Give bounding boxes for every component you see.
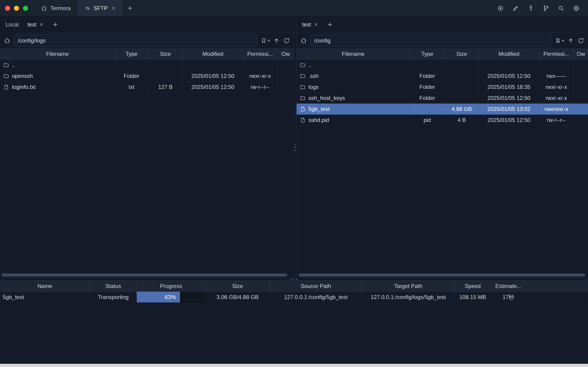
- column-header-target-path[interactable]: Target Path: [362, 281, 455, 292]
- file-row[interactable]: ssh_host_keys Folder 2025/01/05 12:50 rw…: [297, 92, 588, 104]
- column-header-progress[interactable]: Progress: [137, 281, 205, 292]
- tab-termora-label: Termora: [50, 5, 71, 11]
- file-type: Folder: [410, 82, 444, 92]
- column-header-source-path[interactable]: Source Path: [270, 281, 362, 292]
- minimize-window-button[interactable]: [14, 6, 19, 11]
- file-row[interactable]: openssh Folder 2025/01/05 12:50 rwxr-xr-…: [0, 70, 294, 82]
- transfer-size: 3.06 GB/4.88 GB: [205, 292, 270, 303]
- column-header-filename[interactable]: Filename: [297, 49, 410, 59]
- transfer-row[interactable]: 5gb_test Transporting 63% 3.06 GB/4.88 G…: [0, 292, 588, 303]
- column-header-modified[interactable]: Modified: [479, 49, 539, 59]
- right-table-header: Filename Type Size Modified Permissi... …: [297, 49, 588, 59]
- file-icon: [3, 84, 9, 90]
- left-path-input[interactable]: [14, 35, 257, 47]
- close-icon[interactable]: ×: [111, 5, 115, 11]
- file-modified: 2025/01/05 12:50: [479, 70, 539, 82]
- file-size: 4 B: [444, 115, 479, 126]
- file-modified: 2025/01/05 13:02: [479, 104, 539, 115]
- record-button[interactable]: [496, 3, 505, 13]
- file-icon: [300, 117, 306, 123]
- left-bookmark-button[interactable]: ▾: [260, 37, 270, 44]
- file-modified: 2025/01/05 18:35: [479, 82, 539, 92]
- tab-termora[interactable]: Termora: [34, 0, 77, 16]
- chevron-down-icon[interactable]: ▾: [562, 38, 564, 43]
- horizontal-scrollbar[interactable]: [298, 274, 585, 276]
- filename: ..: [308, 59, 311, 70]
- tab-test-right[interactable]: test ×: [302, 21, 318, 28]
- gear-button[interactable]: [571, 3, 581, 13]
- file-owner: [574, 104, 588, 115]
- home-button[interactable]: [300, 37, 307, 44]
- close-window-button[interactable]: [5, 6, 10, 11]
- transfer-target-path: 127.0.0.1:/config/logs/5gb_test: [362, 292, 455, 303]
- file-row[interactable]: loginfo.txt txt 127 B 2025/01/05 12:50 r…: [0, 82, 294, 92]
- tab-test-left[interactable]: test ×: [27, 21, 43, 28]
- column-header-owner[interactable]: Ow: [574, 49, 588, 59]
- column-header-status[interactable]: Status: [90, 281, 137, 292]
- column-header-permissions[interactable]: Permissi...: [243, 49, 277, 59]
- refresh-button[interactable]: [283, 37, 290, 44]
- tab-local-label: Local: [6, 21, 19, 28]
- column-header-owner[interactable]: Ow: [277, 49, 294, 59]
- tab-sftp[interactable]: SFTP ×: [77, 0, 122, 16]
- vertical-splitter[interactable]: [294, 17, 297, 278]
- parent-directory-button[interactable]: [567, 37, 574, 44]
- right-bookmark-button[interactable]: ▾: [555, 37, 564, 44]
- file-row[interactable]: .ssh Folder 2025/01/05 12:50 rwx------: [297, 70, 588, 82]
- home-button[interactable]: [4, 37, 11, 44]
- titlebar-actions: [496, 0, 588, 16]
- left-new-tab-button[interactable]: +: [53, 20, 58, 29]
- file-modified: [183, 59, 243, 70]
- file-size: [444, 59, 479, 70]
- bookmark-icon: [260, 37, 267, 44]
- column-header-size[interactable]: Size: [205, 281, 270, 292]
- right-new-tab-button[interactable]: +: [328, 20, 332, 29]
- new-window-tab-button[interactable]: +: [122, 0, 138, 16]
- column-header-type[interactable]: Type: [410, 49, 444, 59]
- close-icon[interactable]: ×: [40, 21, 43, 28]
- column-header-modified[interactable]: Modified: [183, 49, 243, 59]
- right-path-input[interactable]: [310, 35, 552, 47]
- column-header-size[interactable]: Size: [444, 49, 479, 59]
- horizontal-scrollbar[interactable]: [2, 274, 287, 276]
- transfer-name: 5gb_test: [0, 292, 90, 303]
- column-header-estimate[interactable]: Estimate...: [491, 281, 526, 292]
- transfer-estimate: 17秒: [491, 292, 526, 303]
- file-owner: [574, 59, 588, 70]
- file-permissions: rwxr-xr-x: [243, 70, 277, 82]
- refresh-button[interactable]: [577, 37, 584, 44]
- file-permissions: rwx------: [539, 70, 574, 82]
- column-header-name[interactable]: Name: [0, 281, 90, 292]
- window-bottom-edge: [0, 364, 588, 367]
- column-header-speed[interactable]: Speed: [455, 281, 491, 292]
- zoom-window-button[interactable]: [23, 6, 28, 11]
- parent-directory-button[interactable]: [273, 37, 280, 44]
- left-pane-tabbar: Local test × +: [0, 17, 294, 33]
- filename: .ssh: [308, 70, 319, 82]
- column-header-permissions[interactable]: Permissi...: [539, 49, 574, 59]
- branch-button[interactable]: [541, 3, 551, 13]
- transfer-progress-bar: 63%: [137, 292, 205, 303]
- tab-sftp-label: SFTP: [94, 5, 108, 11]
- file-modified: 2025/01/05 12:50: [183, 82, 243, 92]
- column-header-filename[interactable]: Filename: [0, 49, 115, 59]
- key-button[interactable]: [526, 3, 536, 13]
- column-header-type[interactable]: Type: [115, 49, 148, 59]
- file-row[interactable]: logs Folder 2025/01/05 18:35 rwxr-xr-x: [297, 82, 588, 92]
- traffic-lights: [0, 0, 34, 16]
- file-row-selected[interactable]: 5gb_test 4.88 GB 2025/01/05 13:02 rwxrwx…: [297, 104, 588, 115]
- file-row[interactable]: ..: [297, 59, 588, 70]
- file-row[interactable]: sshd.pid pid 4 B 2025/01/05 12:50 rw-r--…: [297, 115, 588, 126]
- file-row[interactable]: ..: [0, 59, 294, 70]
- chevron-down-icon[interactable]: ▾: [268, 38, 270, 43]
- pencil-button[interactable]: [511, 3, 520, 13]
- horizontal-splitter[interactable]: [0, 278, 588, 281]
- search-button[interactable]: [556, 3, 566, 13]
- column-header-size[interactable]: Size: [148, 49, 183, 59]
- file-size: [444, 82, 479, 92]
- close-icon[interactable]: ×: [314, 21, 318, 28]
- tab-local[interactable]: Local: [6, 21, 19, 28]
- file-modified: 2025/01/05 12:50: [479, 115, 539, 126]
- file-type: [410, 59, 444, 70]
- folder-icon: [300, 95, 306, 101]
